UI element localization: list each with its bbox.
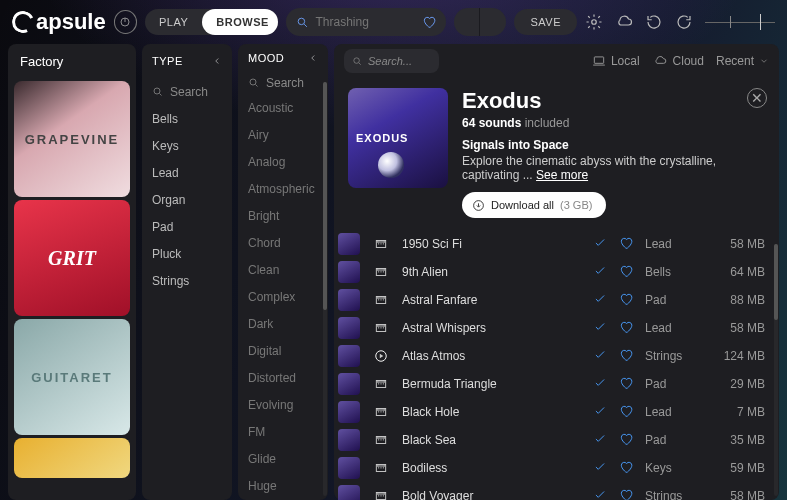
sound-row[interactable]: Astral FanfarePad88 MB bbox=[334, 286, 779, 314]
piano-icon[interactable] bbox=[370, 261, 392, 283]
sound-thumb bbox=[338, 233, 360, 255]
mood-item[interactable]: Complex bbox=[238, 284, 328, 311]
mood-item[interactable]: FM bbox=[238, 419, 328, 446]
heart-icon[interactable] bbox=[619, 488, 635, 501]
top-search-input[interactable] bbox=[315, 15, 416, 29]
type-item[interactable]: Strings bbox=[142, 268, 232, 295]
heart-icon[interactable] bbox=[619, 292, 635, 309]
next-button[interactable] bbox=[480, 8, 506, 36]
type-item[interactable]: Keys bbox=[142, 133, 232, 160]
sound-size: 7 MB bbox=[717, 405, 765, 419]
mood-item[interactable]: Analog bbox=[238, 149, 328, 176]
type-item[interactable]: Pad bbox=[142, 214, 232, 241]
piano-icon[interactable] bbox=[370, 401, 392, 423]
sound-row[interactable]: Bermuda TrianglePad29 MB bbox=[334, 370, 779, 398]
sound-row[interactable]: 9th AlienBells64 MB bbox=[334, 258, 779, 286]
favorite-icon[interactable] bbox=[422, 15, 436, 29]
sound-thumb bbox=[338, 289, 360, 311]
heart-icon[interactable] bbox=[619, 376, 635, 393]
heart-icon[interactable] bbox=[619, 320, 635, 337]
pack-item[interactable] bbox=[14, 438, 130, 478]
sound-row[interactable]: Black HoleLead7 MB bbox=[334, 398, 779, 426]
pack-item[interactable]: GRIT bbox=[14, 200, 130, 316]
sound-name: Astral Fanfare bbox=[402, 293, 583, 307]
type-search[interactable]: Search bbox=[142, 78, 232, 106]
sound-row[interactable]: BodilessKeys59 MB bbox=[334, 454, 779, 482]
heart-icon[interactable] bbox=[619, 236, 635, 253]
mood-item[interactable]: Bright bbox=[238, 203, 328, 230]
pack-item[interactable]: GUITARET bbox=[14, 319, 130, 435]
play-tab[interactable]: PLAY bbox=[145, 9, 202, 35]
chevron-down-icon bbox=[759, 56, 769, 66]
topbar: apsule PLAY BROWSE SAVE bbox=[0, 0, 787, 44]
mood-item[interactable]: Chord bbox=[238, 230, 328, 257]
power-icon[interactable] bbox=[114, 10, 137, 34]
heart-icon[interactable] bbox=[619, 348, 635, 365]
close-button[interactable]: ✕ bbox=[747, 88, 767, 108]
cloud-button[interactable]: Cloud bbox=[652, 54, 704, 68]
redo-icon[interactable] bbox=[675, 13, 693, 31]
mood-item[interactable]: Glide bbox=[238, 446, 328, 473]
sound-row[interactable]: 1950 Sci FiLead58 MB bbox=[334, 230, 779, 258]
mood-item[interactable]: Evolving bbox=[238, 392, 328, 419]
chevron-left-icon bbox=[308, 53, 318, 63]
piano-icon[interactable] bbox=[370, 373, 392, 395]
undo-icon[interactable] bbox=[645, 13, 663, 31]
mood-item[interactable]: Atmospheric bbox=[238, 176, 328, 203]
sound-row[interactable]: Astral WhispersLead58 MB bbox=[334, 314, 779, 342]
local-button[interactable]: Local bbox=[592, 54, 640, 68]
type-item[interactable]: Bells bbox=[142, 106, 232, 133]
gear-icon[interactable] bbox=[585, 13, 603, 31]
sound-category: Strings bbox=[645, 349, 707, 363]
see-more-link[interactable]: See more bbox=[536, 168, 588, 182]
recent-dropdown[interactable]: Recent bbox=[716, 54, 769, 68]
mood-item[interactable]: Clean bbox=[238, 257, 328, 284]
type-item[interactable]: Pluck bbox=[142, 241, 232, 268]
mood-item[interactable]: Distorted bbox=[238, 365, 328, 392]
mood-search[interactable]: Search bbox=[238, 72, 328, 95]
heart-icon[interactable] bbox=[619, 460, 635, 477]
mood-item[interactable]: Dark bbox=[238, 311, 328, 338]
mood-header[interactable]: MOOD bbox=[238, 44, 328, 72]
top-search[interactable] bbox=[286, 8, 446, 36]
download-all-button[interactable]: Download all (3 GB) bbox=[462, 192, 606, 218]
type-item[interactable]: Lead bbox=[142, 160, 232, 187]
sound-row[interactable]: Black SeaPad35 MB bbox=[334, 426, 779, 454]
svg-point-2 bbox=[592, 20, 597, 25]
mood-scrollbar[interactable] bbox=[323, 82, 327, 496]
piano-icon[interactable] bbox=[370, 233, 392, 255]
sound-row[interactable]: Bold VoyagerStrings58 MB bbox=[334, 482, 779, 500]
prev-button[interactable] bbox=[454, 8, 480, 36]
sound-category: Keys bbox=[645, 461, 707, 475]
piano-icon[interactable] bbox=[370, 457, 392, 479]
sound-size: 29 MB bbox=[717, 377, 765, 391]
mood-item[interactable]: Acoustic bbox=[238, 95, 328, 122]
sound-category: Bells bbox=[645, 265, 707, 279]
piano-icon[interactable] bbox=[370, 289, 392, 311]
content-search[interactable]: Search... bbox=[344, 49, 439, 73]
mood-item[interactable]: Huge bbox=[238, 473, 328, 500]
cloud-icon[interactable] bbox=[615, 13, 633, 31]
piano-icon[interactable] bbox=[370, 485, 392, 500]
pack-item[interactable]: GRAPEVINE bbox=[14, 81, 130, 197]
content-scrollbar[interactable] bbox=[774, 244, 778, 496]
packs-dropdown[interactable]: Factory bbox=[8, 44, 136, 78]
heart-icon[interactable] bbox=[619, 432, 635, 449]
piano-icon[interactable] bbox=[370, 317, 392, 339]
nav-arrows bbox=[454, 8, 506, 36]
save-button[interactable]: SAVE bbox=[514, 9, 577, 35]
piano-icon[interactable] bbox=[370, 429, 392, 451]
play-icon[interactable] bbox=[370, 345, 392, 367]
check-icon bbox=[593, 264, 609, 281]
volume-slider[interactable] bbox=[705, 10, 775, 34]
sound-row[interactable]: Atlas AtmosStrings124 MB bbox=[334, 342, 779, 370]
sound-thumb bbox=[338, 373, 360, 395]
browse-tab[interactable]: BROWSE bbox=[202, 9, 278, 35]
heart-icon[interactable] bbox=[619, 404, 635, 421]
check-icon bbox=[593, 460, 609, 477]
heart-icon[interactable] bbox=[619, 264, 635, 281]
type-header[interactable]: TYPE bbox=[142, 44, 232, 78]
mood-item[interactable]: Airy bbox=[238, 122, 328, 149]
mood-item[interactable]: Digital bbox=[238, 338, 328, 365]
type-item[interactable]: Organ bbox=[142, 187, 232, 214]
